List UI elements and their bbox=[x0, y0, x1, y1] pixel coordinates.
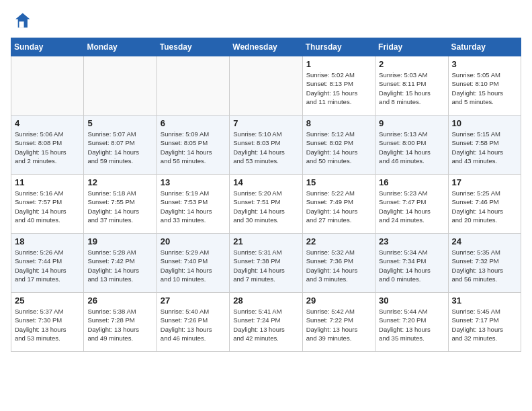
day-info: Sunrise: 5:25 AM Sunset: 7:46 PM Dayligh… bbox=[452, 189, 517, 224]
calendar-cell: 4Sunrise: 5:06 AM Sunset: 8:08 PM Daylig… bbox=[11, 116, 84, 175]
day-number: 20 bbox=[161, 236, 226, 246]
logo bbox=[11, 11, 35, 32]
day-number: 24 bbox=[452, 236, 517, 246]
day-number: 27 bbox=[161, 295, 226, 306]
calendar-week-row: 11Sunrise: 5:16 AM Sunset: 7:57 PM Dayli… bbox=[11, 175, 521, 234]
calendar-cell: 8Sunrise: 5:12 AM Sunset: 8:02 PM Daylig… bbox=[302, 116, 375, 175]
day-info: Sunrise: 5:09 AM Sunset: 8:05 PM Dayligh… bbox=[161, 130, 226, 165]
day-info: Sunrise: 5:18 AM Sunset: 7:55 PM Dayligh… bbox=[87, 189, 152, 224]
svg-rect-1 bbox=[19, 21, 24, 28]
calendar-cell: 12Sunrise: 5:18 AM Sunset: 7:55 PM Dayli… bbox=[84, 175, 157, 234]
day-info: Sunrise: 5:16 AM Sunset: 7:57 PM Dayligh… bbox=[15, 189, 80, 224]
calendar-table: SundayMondayTuesdayWednesdayThursdayFrid… bbox=[11, 38, 521, 352]
day-info: Sunrise: 5:02 AM Sunset: 8:13 PM Dayligh… bbox=[306, 71, 371, 106]
calendar-cell: 25Sunrise: 5:37 AM Sunset: 7:30 PM Dayli… bbox=[11, 293, 84, 352]
day-info: Sunrise: 5:45 AM Sunset: 7:17 PM Dayligh… bbox=[452, 307, 517, 342]
day-number: 7 bbox=[233, 118, 298, 128]
calendar-cell: 6Sunrise: 5:09 AM Sunset: 8:05 PM Daylig… bbox=[157, 116, 229, 175]
day-number: 14 bbox=[233, 177, 298, 187]
calendar-cell: 26Sunrise: 5:38 AM Sunset: 7:28 PM Dayli… bbox=[84, 293, 157, 352]
calendar-cell: 9Sunrise: 5:13 AM Sunset: 8:00 PM Daylig… bbox=[375, 116, 448, 175]
day-info: Sunrise: 5:20 AM Sunset: 7:51 PM Dayligh… bbox=[233, 189, 298, 224]
day-info: Sunrise: 5:13 AM Sunset: 8:00 PM Dayligh… bbox=[379, 130, 444, 165]
day-info: Sunrise: 5:15 AM Sunset: 7:58 PM Dayligh… bbox=[452, 130, 517, 165]
calendar-cell bbox=[157, 56, 229, 116]
day-number: 23 bbox=[379, 236, 444, 246]
calendar-cell: 31Sunrise: 5:45 AM Sunset: 7:17 PM Dayli… bbox=[448, 293, 521, 352]
day-info: Sunrise: 5:31 AM Sunset: 7:38 PM Dayligh… bbox=[233, 248, 298, 283]
day-number: 22 bbox=[306, 236, 371, 246]
calendar-cell: 20Sunrise: 5:29 AM Sunset: 7:40 PM Dayli… bbox=[157, 234, 229, 293]
day-number: 13 bbox=[161, 177, 226, 187]
day-info: Sunrise: 5:23 AM Sunset: 7:47 PM Dayligh… bbox=[379, 189, 444, 224]
day-info: Sunrise: 5:37 AM Sunset: 7:30 PM Dayligh… bbox=[15, 307, 80, 342]
calendar-cell: 11Sunrise: 5:16 AM Sunset: 7:57 PM Dayli… bbox=[11, 175, 84, 234]
day-number: 26 bbox=[87, 295, 152, 306]
day-info: Sunrise: 5:35 AM Sunset: 7:32 PM Dayligh… bbox=[452, 248, 517, 283]
day-number: 15 bbox=[306, 177, 371, 187]
calendar-cell: 30Sunrise: 5:44 AM Sunset: 7:20 PM Dayli… bbox=[375, 293, 448, 352]
calendar-cell: 18Sunrise: 5:26 AM Sunset: 7:44 PM Dayli… bbox=[11, 234, 84, 293]
calendar-cell: 23Sunrise: 5:34 AM Sunset: 7:34 PM Dayli… bbox=[375, 234, 448, 293]
calendar-cell: 17Sunrise: 5:25 AM Sunset: 7:46 PM Dayli… bbox=[448, 175, 521, 234]
day-number: 2 bbox=[379, 59, 444, 69]
day-info: Sunrise: 5:44 AM Sunset: 7:20 PM Dayligh… bbox=[379, 307, 444, 342]
day-number: 9 bbox=[379, 118, 444, 128]
logo-icon bbox=[11, 11, 32, 32]
header-thursday: Thursday bbox=[302, 38, 375, 56]
calendar-cell: 19Sunrise: 5:28 AM Sunset: 7:42 PM Dayli… bbox=[84, 234, 157, 293]
day-number: 5 bbox=[87, 118, 152, 128]
day-number: 28 bbox=[233, 295, 298, 306]
day-info: Sunrise: 5:26 AM Sunset: 7:44 PM Dayligh… bbox=[15, 248, 80, 283]
day-number: 31 bbox=[452, 295, 517, 306]
day-info: Sunrise: 5:10 AM Sunset: 8:03 PM Dayligh… bbox=[233, 130, 298, 165]
calendar-cell: 15Sunrise: 5:22 AM Sunset: 7:49 PM Dayli… bbox=[302, 175, 375, 234]
header-monday: Monday bbox=[84, 38, 157, 56]
day-number: 6 bbox=[161, 118, 226, 128]
day-info: Sunrise: 5:29 AM Sunset: 7:40 PM Dayligh… bbox=[161, 248, 226, 283]
day-info: Sunrise: 5:05 AM Sunset: 8:10 PM Dayligh… bbox=[452, 71, 517, 106]
calendar-cell: 7Sunrise: 5:10 AM Sunset: 8:03 PM Daylig… bbox=[230, 116, 302, 175]
calendar-week-row: 1Sunrise: 5:02 AM Sunset: 8:13 PM Daylig… bbox=[11, 56, 521, 116]
calendar-cell: 13Sunrise: 5:19 AM Sunset: 7:53 PM Dayli… bbox=[157, 175, 229, 234]
day-number: 1 bbox=[306, 59, 371, 69]
day-info: Sunrise: 5:12 AM Sunset: 8:02 PM Dayligh… bbox=[306, 130, 371, 165]
calendar-cell: 1Sunrise: 5:02 AM Sunset: 8:13 PM Daylig… bbox=[302, 56, 375, 116]
header-wednesday: Wednesday bbox=[230, 38, 302, 56]
day-number: 30 bbox=[379, 295, 444, 306]
calendar-week-row: 4Sunrise: 5:06 AM Sunset: 8:08 PM Daylig… bbox=[11, 116, 521, 175]
header-friday: Friday bbox=[375, 38, 448, 56]
day-number: 8 bbox=[306, 118, 371, 128]
calendar-cell bbox=[230, 56, 302, 116]
day-info: Sunrise: 5:22 AM Sunset: 7:49 PM Dayligh… bbox=[306, 189, 371, 224]
day-info: Sunrise: 5:41 AM Sunset: 7:24 PM Dayligh… bbox=[233, 307, 298, 342]
calendar-cell: 14Sunrise: 5:20 AM Sunset: 7:51 PM Dayli… bbox=[230, 175, 302, 234]
day-number: 12 bbox=[87, 177, 152, 187]
calendar-cell: 21Sunrise: 5:31 AM Sunset: 7:38 PM Dayli… bbox=[230, 234, 302, 293]
day-number: 3 bbox=[452, 59, 517, 69]
day-number: 10 bbox=[452, 118, 517, 128]
header-sunday: Sunday bbox=[11, 38, 84, 56]
calendar-cell: 29Sunrise: 5:42 AM Sunset: 7:22 PM Dayli… bbox=[302, 293, 375, 352]
day-number: 18 bbox=[15, 236, 80, 246]
calendar-cell: 16Sunrise: 5:23 AM Sunset: 7:47 PM Dayli… bbox=[375, 175, 448, 234]
calendar-cell: 22Sunrise: 5:32 AM Sunset: 7:36 PM Dayli… bbox=[302, 234, 375, 293]
day-info: Sunrise: 5:06 AM Sunset: 8:08 PM Dayligh… bbox=[15, 130, 80, 165]
header-saturday: Saturday bbox=[448, 38, 521, 56]
day-info: Sunrise: 5:07 AM Sunset: 8:07 PM Dayligh… bbox=[87, 130, 152, 165]
calendar-cell: 5Sunrise: 5:07 AM Sunset: 8:07 PM Daylig… bbox=[84, 116, 157, 175]
calendar-cell: 10Sunrise: 5:15 AM Sunset: 7:58 PM Dayli… bbox=[448, 116, 521, 175]
day-number: 29 bbox=[306, 295, 371, 306]
day-info: Sunrise: 5:40 AM Sunset: 7:26 PM Dayligh… bbox=[161, 307, 226, 342]
day-number: 19 bbox=[87, 236, 152, 246]
day-number: 16 bbox=[379, 177, 444, 187]
calendar-week-row: 18Sunrise: 5:26 AM Sunset: 7:44 PM Dayli… bbox=[11, 234, 521, 293]
calendar-cell: 2Sunrise: 5:03 AM Sunset: 8:11 PM Daylig… bbox=[375, 56, 448, 116]
calendar-cell bbox=[84, 56, 157, 116]
day-info: Sunrise: 5:34 AM Sunset: 7:34 PM Dayligh… bbox=[379, 248, 444, 283]
day-info: Sunrise: 5:32 AM Sunset: 7:36 PM Dayligh… bbox=[306, 248, 371, 283]
day-number: 21 bbox=[233, 236, 298, 246]
calendar-cell: 28Sunrise: 5:41 AM Sunset: 7:24 PM Dayli… bbox=[230, 293, 302, 352]
day-info: Sunrise: 5:03 AM Sunset: 8:11 PM Dayligh… bbox=[379, 71, 444, 106]
calendar-cell: 27Sunrise: 5:40 AM Sunset: 7:26 PM Dayli… bbox=[157, 293, 229, 352]
